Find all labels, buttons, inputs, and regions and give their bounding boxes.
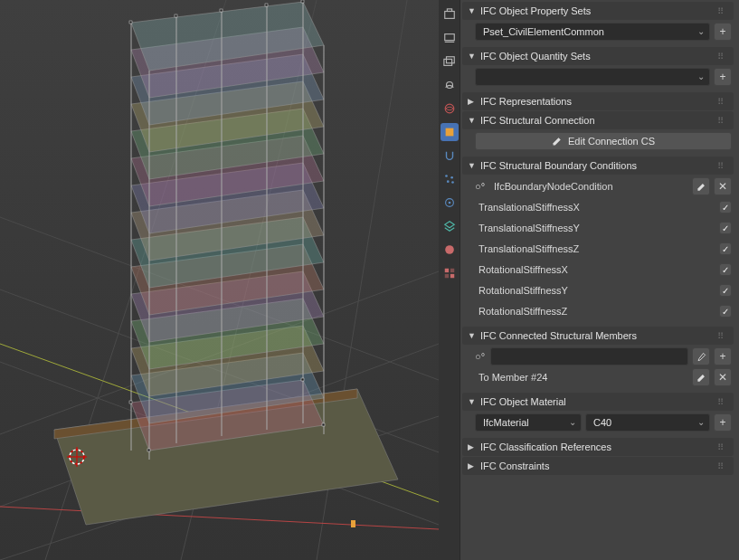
tab-viewlayer[interactable]	[441, 52, 459, 71]
svg-point-64	[448, 202, 450, 204]
svg-rect-37	[175, 14, 177, 17]
stiffness-checkbox[interactable]: ✓	[719, 242, 732, 255]
remove-button[interactable]: ✕	[714, 177, 732, 195]
tab-world[interactable]	[441, 100, 459, 118]
tab-material[interactable]	[441, 264, 459, 282]
svg-rect-43	[322, 423, 325, 426]
panel-title: IFC Constraints	[480, 460, 714, 471]
stiffness-checkbox[interactable]: ✓	[719, 284, 732, 297]
qtyset-dropdown[interactable]	[475, 68, 710, 86]
stiffness-checkbox[interactable]: ✓	[719, 305, 732, 318]
remove-button[interactable]: ✕	[714, 368, 732, 386]
svg-rect-66	[444, 269, 448, 272]
edit-button[interactable]	[692, 177, 710, 195]
panel-header-boundary[interactable]: ▼ IFC Structural Boundary Conditions ⠿	[462, 157, 734, 175]
panel-header-constraints[interactable]: ▶ IFC Constraints ⠿	[462, 457, 734, 475]
add-button[interactable]: +	[714, 347, 732, 365]
tab-constraints[interactable]	[441, 217, 459, 235]
svg-point-59	[445, 175, 448, 177]
svg-point-62	[451, 181, 454, 184]
collapse-arrow: ▼	[468, 116, 477, 125]
material-type-dropdown[interactable]: IfcMaterial	[475, 413, 582, 432]
grip-icon: ⠿	[717, 161, 728, 171]
panel-title: IFC Object Property Sets	[480, 5, 714, 16]
svg-rect-67	[450, 269, 453, 272]
stiffness-label: RotationalStiffnessY	[475, 285, 715, 296]
stiffness-label: TranslationalStiffnessZ	[475, 243, 715, 254]
panel-title: IFC Object Quantity Sets	[480, 51, 714, 62]
tab-physics[interactable]	[441, 194, 459, 212]
svg-rect-68	[444, 274, 448, 278]
svg-rect-69	[450, 274, 453, 278]
panel-header-structconn[interactable]: ▼ IFC Structural Connection ⠿	[462, 111, 734, 129]
member-search-field[interactable]	[490, 347, 688, 365]
viewport-3d[interactable]	[0, 0, 439, 560]
stiffness-label: RotationalStiffnessZ	[475, 306, 715, 317]
expand-arrow: ▶	[468, 461, 477, 470]
svg-rect-40	[301, 0, 304, 3]
node-icon: ○°	[475, 181, 485, 192]
tab-scene[interactable]	[441, 76, 459, 94]
panel-title: IFC Object Material	[480, 396, 714, 407]
properties-panels: ▼ IFC Object Property Sets ⠿ Pset_CivilE…	[460, 0, 739, 560]
panel-header-connected[interactable]: ▼ IFC Connected Structural Members ⠿	[462, 327, 734, 345]
svg-rect-58	[445, 128, 453, 137]
propset-dropdown[interactable]: Pset_CivilElementCommon	[475, 23, 710, 41]
stiffness-checkbox[interactable]: ✓	[719, 222, 732, 234]
collapse-arrow: ▼	[468, 52, 477, 61]
tab-render[interactable]	[441, 5, 459, 24]
collapse-arrow: ▼	[468, 397, 477, 406]
grip-icon: ⠿	[717, 461, 728, 471]
stiffness-label: TranslationalStiffnessY	[475, 223, 715, 233]
add-button[interactable]: +	[714, 68, 732, 86]
svg-rect-44	[147, 449, 150, 451]
panel-header-material[interactable]: ▼ IFC Object Material ⠿	[462, 393, 734, 411]
svg-rect-38	[220, 9, 223, 12]
svg-rect-51	[447, 9, 451, 12]
collapse-arrow: ▼	[468, 161, 477, 170]
edit-connection-cs-button[interactable]: Edit Connection CS	[475, 132, 732, 150]
eyedropper-button[interactable]	[692, 347, 710, 365]
grip-icon: ⠿	[717, 52, 728, 62]
panel-header-qtysets[interactable]: ▼ IFC Object Quantity Sets ⠿	[462, 47, 734, 65]
tab-object[interactable]	[441, 123, 459, 141]
add-button[interactable]: +	[714, 413, 732, 432]
panel-title: IFC Representations	[480, 96, 714, 107]
svg-rect-41	[129, 401, 132, 403]
svg-rect-49	[351, 520, 355, 527]
grip-icon: ⠿	[717, 331, 728, 341]
svg-rect-55	[446, 57, 454, 63]
svg-point-60	[450, 176, 453, 179]
collapse-arrow: ▼	[468, 6, 477, 15]
grip-icon: ⠿	[717, 397, 728, 407]
svg-rect-42	[301, 378, 304, 381]
collapse-arrow: ▼	[468, 331, 477, 340]
stiffness-checkbox[interactable]: ✓	[719, 263, 732, 276]
svg-point-57	[445, 104, 454, 113]
grip-icon: ⠿	[717, 116, 728, 126]
grip-icon: ⠿	[717, 442, 728, 452]
tab-output[interactable]	[441, 29, 459, 47]
edit-button[interactable]	[692, 368, 710, 386]
svg-rect-52	[444, 34, 454, 41]
boundary-condition-name: IfcBoundaryNodeCondition	[490, 181, 688, 192]
add-button[interactable]: +	[714, 23, 732, 41]
node-icon: ○°	[475, 351, 485, 362]
tab-modifiers[interactable]	[441, 147, 459, 165]
panel-header-propsets[interactable]: ▼ IFC Object Property Sets ⠿	[462, 2, 734, 20]
svg-point-61	[446, 180, 449, 183]
svg-rect-50	[444, 12, 454, 19]
grip-icon: ⠿	[717, 6, 728, 16]
panel-title: IFC Structural Boundary Conditions	[480, 160, 714, 171]
grip-icon: ⠿	[717, 97, 728, 107]
connected-member-label: To Member #24	[475, 372, 688, 383]
stiffness-label: TranslationalStiffnessX	[475, 202, 715, 213]
panel-header-classrefs[interactable]: ▶ IFC Classification References ⠿	[462, 438, 734, 456]
svg-point-65	[445, 245, 454, 254]
tab-particles[interactable]	[441, 170, 459, 188]
panel-title: IFC Classification References	[480, 441, 714, 452]
stiffness-checkbox[interactable]: ✓	[719, 201, 732, 214]
tab-data[interactable]	[441, 241, 459, 259]
material-value-dropdown[interactable]: C40	[585, 413, 710, 432]
panel-header-representations[interactable]: ▶ IFC Representations ⠿	[462, 92, 734, 110]
